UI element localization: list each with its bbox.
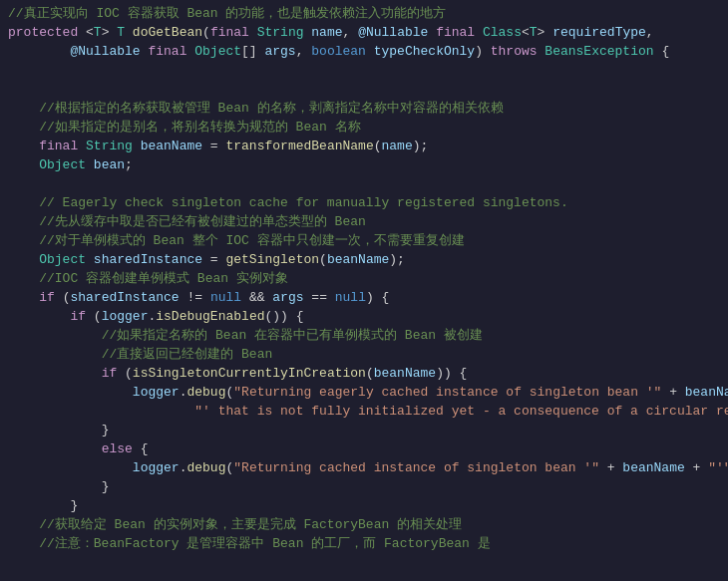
token-Object-arr: Object	[194, 42, 241, 61]
token-args: args	[264, 42, 295, 61]
token-indent26	[8, 477, 102, 496]
token-comment-13: //对于单例模式的 Bean 整个 IOC 容器中只创建一次，不需要重复创建	[39, 231, 464, 250]
code-line-21: logger.debug("Returning eagerly cached i…	[0, 383, 728, 402]
token-Class: Class	[483, 23, 522, 42]
token-indent21	[8, 383, 133, 402]
token-str22: "' that is not fully initialized yet - a…	[194, 402, 728, 421]
code-line-10	[0, 174, 728, 193]
code-line-28: //获取给定 Bean 的实例对象，主要是完成 FactoryBean 的相关处…	[0, 515, 728, 534]
token-brace23: }	[102, 421, 110, 439]
token-indent25	[8, 458, 133, 477]
token-if16: if	[39, 288, 62, 307]
code-line-14: Object sharedInstance = getSingleton(bea…	[0, 250, 728, 269]
token-indent18	[8, 326, 102, 345]
token-T2: T	[117, 23, 133, 42]
token-gt: >	[102, 23, 118, 42]
code-line-18: //如果指定名称的 Bean 在容器中已有单例模式的 Bean 被创建	[0, 326, 728, 345]
code-line-27: }	[0, 496, 728, 515]
token-plus25b: +	[685, 458, 708, 477]
token-final1: final	[210, 23, 257, 42]
token-indent27	[8, 496, 70, 515]
token-Tq: T	[530, 23, 538, 42]
token-indent3	[8, 42, 70, 61]
token-beanName: beanName	[141, 137, 202, 155]
code-line-29: //注意：BeanFactory 是管理容器中 Bean 的工厂，而 Facto…	[0, 534, 728, 553]
token-str25: "Returning cached instance of singleton …	[233, 458, 599, 477]
token-requiredType: requiredType	[552, 23, 646, 42]
token-call17: ()) {	[264, 307, 303, 326]
token-semi9: ;	[125, 155, 133, 174]
token-dot25: .	[180, 458, 187, 477]
token-indent15	[8, 269, 39, 288]
code-line-26: }	[0, 477, 728, 496]
code-line-2: protected <T> T doGetBean(final String n…	[0, 23, 728, 42]
token-blank5	[8, 80, 16, 99]
code-line-9: Object bean;	[0, 155, 728, 174]
code-line-22: "' that is not fully initialized yet - a…	[0, 402, 728, 421]
token-indent12	[8, 212, 39, 231]
token-Object9: Object	[39, 155, 94, 174]
token-paren16: (	[63, 288, 71, 307]
token-comment-19: //直接返回已经创建的 Bean	[102, 345, 273, 364]
token-close-paren: )	[475, 42, 491, 61]
token-brace24: {	[141, 439, 149, 458]
token-bean9: bean	[94, 155, 125, 174]
token-throws: throws	[491, 42, 546, 61]
token-lt2: <	[522, 23, 530, 42]
token-transformed: transformedBeanName	[225, 137, 373, 155]
token-call20: (	[366, 364, 374, 383]
code-editor: //真正实现向 IOC 容器获取 Bean 的功能，也是触发依赖注入功能的地方 …	[0, 0, 728, 581]
token-final3: final	[148, 42, 194, 61]
code-line-4	[0, 61, 728, 80]
token-lt: <	[86, 23, 94, 42]
token-semi8: );	[413, 137, 429, 155]
code-line-15: //IOC 容器创建单例模式 Bean 实例对象	[0, 269, 728, 288]
code-line-3: @Nullable final Object[] args, boolean t…	[0, 42, 728, 61]
token-paren: (	[202, 23, 210, 42]
token-indent11	[8, 193, 39, 212]
token-indent24	[8, 439, 102, 458]
code-line-13: //对于单例模式的 Bean 整个 IOC 容器中只创建一次，不需要重复创建	[0, 231, 728, 250]
code-line-11: // Eagerly check singleton cache for man…	[0, 193, 728, 212]
token-and16: &&	[241, 288, 272, 307]
token-blank4	[8, 61, 16, 80]
token-beanName25: beanName	[622, 458, 684, 477]
code-line-25: logger.debug("Returning cached instance …	[0, 458, 728, 477]
token-doGetBean: doGetBean	[133, 23, 202, 42]
token-indent17	[8, 307, 70, 326]
token-open-brace: {	[654, 42, 670, 61]
token-name: name	[311, 23, 342, 42]
token-indent16	[8, 288, 39, 307]
token-comment-7: //如果指定的是别名，将别名转换为规范的 Bean 名称	[39, 118, 360, 137]
token-indent29	[8, 534, 39, 553]
code-line-19: //直接返回已经创建的 Bean	[0, 345, 728, 364]
token-beanName21: beanName	[685, 383, 728, 402]
token-eq14: =	[202, 250, 225, 269]
token-brace27: }	[70, 496, 78, 515]
code-line-7: //如果指定的是别名，将别名转换为规范的 Bean 名称	[0, 118, 728, 137]
token-debug21: debug	[186, 383, 225, 402]
token-final8: final	[39, 137, 86, 155]
token-beanName20: beanName	[374, 364, 436, 383]
token-plus25: +	[599, 458, 622, 477]
token-paren20: (	[125, 364, 133, 383]
code-line-6: //根据指定的名称获取被管理 Bean 的名称，剥离指定名称中对容器的相关依赖	[0, 99, 728, 118]
token-call8: (	[374, 137, 382, 155]
token-paren25: (	[225, 458, 233, 477]
token-debug25: debug	[186, 458, 225, 477]
token-comment-29: //注意：BeanFactory 是管理容器中 Bean 的工厂，而 Facto…	[39, 534, 490, 553]
token-blank10	[8, 174, 16, 193]
token-isSingleton20: isSingletonCurrentlyInCreation	[133, 364, 366, 383]
token-paren17: (	[94, 307, 102, 326]
token-paren21: (	[225, 383, 233, 402]
token-indent23	[8, 421, 102, 439]
token-gt2: >	[538, 23, 553, 42]
token-indent13	[8, 231, 39, 250]
token-logger25: logger	[133, 458, 180, 477]
code-line-17: if (logger.isDebugEnabled()) {	[0, 307, 728, 326]
token-comma1: ,	[343, 23, 359, 42]
token-dot21: .	[180, 383, 187, 402]
token-str21: "Returning eagerly cached instance of si…	[233, 383, 661, 402]
token-brace26: }	[102, 477, 110, 496]
token-comment-6: //根据指定的名称获取被管理 Bean 的名称，剥离指定名称中对容器的相关依赖	[39, 99, 503, 118]
